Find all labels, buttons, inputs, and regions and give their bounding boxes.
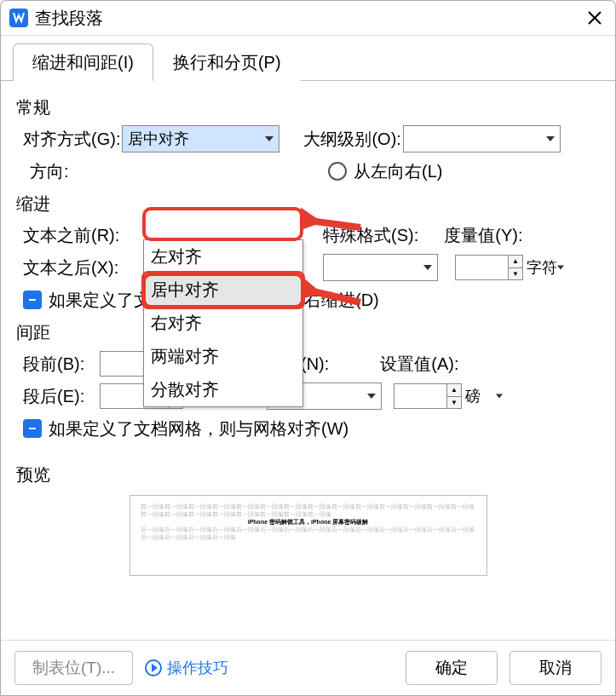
section-spacing: 间距 [16, 321, 600, 344]
char-unit-combo[interactable]: 字符 [527, 255, 564, 280]
outline-combo[interactable] [403, 125, 561, 152]
dialog-footer: 制表位(T)... 操作技巧 确定 取消 [1, 640, 615, 695]
snap-grid-label: 如果定义了文档网格，则与网格对齐(W) [49, 417, 348, 440]
tab-line-page-break[interactable]: 换行和分页(P) [153, 43, 301, 81]
align-option-distribute[interactable]: 分散对齐 [144, 373, 302, 406]
align-option-left[interactable]: 左对齐 [144, 240, 302, 273]
tab-indent-spacing[interactable]: 缩进和间距(I) [13, 43, 153, 81]
align-dropdown-list: 左对齐 居中对齐 右对齐 两端对齐 分散对齐 [143, 239, 303, 407]
svg-rect-1 [29, 428, 36, 429]
dialog-title: 查找段落 [35, 7, 103, 30]
setvalue-label: 设置值(A): [380, 353, 458, 376]
tabstops-button[interactable]: 制表位(T)... [14, 651, 133, 685]
special-format-combo[interactable] [323, 254, 438, 281]
special-format-label: 特殊格式(S): [323, 224, 418, 247]
align-combo[interactable]: 居中对齐 [122, 125, 279, 152]
text-after-label: 文本之后(X): [23, 256, 135, 279]
tips-label: 操作技巧 [167, 658, 228, 678]
section-indent: 缩进 [16, 193, 600, 216]
dialog-content: 常规 对齐方式(G): 居中对齐 大纲级别(O): 方向: 从左向右(L) 缩进… [1, 81, 615, 640]
align-label: 对齐方式(G): [23, 128, 120, 151]
paragraph-dialog: 查找段落 缩进和间距(I) 换行和分页(P) 常规 对齐方式(G): 居中对齐 … [0, 0, 616, 696]
preview-before: 前一段落前一段落前一段落前一段落前一段落前一段落前一段落前一段落前一段落前一段落… [141, 503, 476, 518]
tips-link[interactable]: 操作技巧 [145, 658, 228, 678]
app-icon [9, 9, 28, 27]
measure-label: 度量值(Y): [444, 224, 522, 247]
space-after-label: 段后(E): [23, 385, 100, 408]
preview-sample: iPhone 密码解锁工具，iPhone 屏幕密码破解 [248, 519, 369, 525]
cancel-button[interactable]: 取消 [509, 651, 602, 685]
titlebar: 查找段落 [1, 1, 615, 36]
tab-bar: 缩进和间距(I) 换行和分页(P) [1, 43, 615, 81]
pt-unit-combo[interactable]: 磅 [465, 383, 503, 409]
align-option-justify[interactable]: 两端对齐 [144, 340, 302, 373]
outline-label: 大纲级别(O): [303, 128, 400, 151]
svg-rect-0 [29, 299, 36, 301]
section-general: 常规 [16, 96, 600, 119]
preview-box: 前一段落前一段落前一段落前一段落前一段落前一段落前一段落前一段落前一段落前一段落… [130, 495, 487, 576]
direction-label: 方向: [23, 160, 72, 183]
play-icon [145, 659, 162, 676]
close-button[interactable] [583, 6, 607, 30]
align-option-center[interactable]: 居中对齐 [141, 271, 305, 309]
measure-spin-buttons[interactable]: ▲▼ [508, 255, 523, 280]
ltr-radio[interactable] [328, 162, 347, 181]
section-preview: 预览 [16, 463, 600, 486]
ltr-label: 从左向右(L) [354, 160, 442, 183]
setvalue-spin[interactable]: ▲▼ [446, 383, 462, 409]
preview-after: 后一段落后一段落后一段落后一段落后一段落后一段落后一段落后一段落后一段落后一段落… [141, 526, 476, 541]
measure-spinner[interactable]: ▲▼ [455, 254, 523, 281]
measure-input[interactable] [455, 255, 508, 280]
auto-indent-checkbox[interactable] [23, 290, 42, 309]
snap-grid-checkbox[interactable] [23, 419, 42, 438]
align-option-right[interactable]: 右对齐 [144, 307, 302, 340]
align-combo-value: 居中对齐 [128, 129, 189, 149]
setvalue-input[interactable] [394, 383, 446, 409]
ok-button[interactable]: 确定 [406, 651, 498, 685]
space-before-label: 段前(B): [23, 353, 100, 376]
setvalue-spinner[interactable]: ▲▼ [394, 383, 462, 410]
text-before-label: 文本之前(R): [23, 224, 135, 247]
